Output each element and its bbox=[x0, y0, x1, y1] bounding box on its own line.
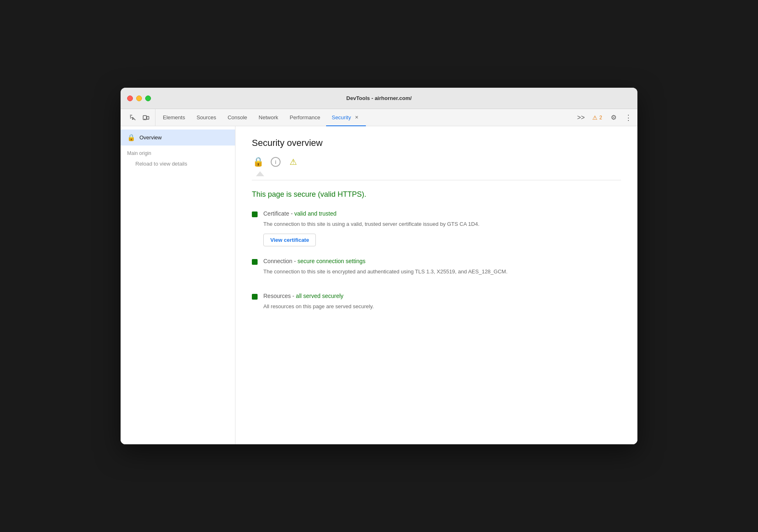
tab-security-close[interactable]: ✕ bbox=[354, 114, 360, 121]
svg-rect-1 bbox=[131, 115, 132, 116]
lock-sidebar-icon: 🔒 bbox=[127, 134, 135, 141]
svg-rect-7 bbox=[144, 119, 146, 119]
tab-performance[interactable]: Performance bbox=[284, 109, 326, 126]
sidebar-reload-label: Reload to view details bbox=[135, 161, 187, 167]
device-toggle-button[interactable] bbox=[140, 112, 152, 123]
info-circle-icon: i bbox=[271, 157, 281, 167]
svg-rect-2 bbox=[130, 116, 131, 117]
tab-console-label: Console bbox=[228, 114, 247, 120]
divider bbox=[252, 180, 621, 180]
maximize-button[interactable] bbox=[145, 95, 151, 101]
devtools-window: DevTools - airhorner.com/ bbox=[121, 88, 637, 444]
devtools-container: Elements Sources Console Network Perform… bbox=[121, 109, 637, 444]
cursor-icon-button[interactable] bbox=[127, 112, 139, 123]
sidebar-reload-item[interactable]: Reload to view details bbox=[121, 158, 235, 170]
tab-icons bbox=[124, 109, 155, 126]
tab-security[interactable]: Security ✕ bbox=[326, 109, 366, 126]
warning-badge[interactable]: ⚠ 2 bbox=[590, 114, 605, 122]
connection-status-indicator bbox=[252, 259, 258, 265]
connection-section: Connection - secure connection settings … bbox=[252, 258, 621, 281]
warning-triangle-icon: ⚠ bbox=[592, 114, 598, 121]
minimize-button[interactable] bbox=[136, 95, 142, 101]
tab-console[interactable]: Console bbox=[222, 109, 253, 126]
more-options-button[interactable]: ⋮ bbox=[623, 112, 634, 123]
close-button[interactable] bbox=[127, 95, 133, 101]
tab-elements-label: Elements bbox=[163, 114, 185, 120]
more-tabs-icon: >> bbox=[577, 114, 585, 121]
svg-rect-3 bbox=[130, 117, 132, 118]
tab-performance-label: Performance bbox=[290, 114, 320, 120]
tab-network[interactable]: Network bbox=[253, 109, 284, 126]
connection-prefix: Connection - bbox=[263, 258, 297, 264]
tab-security-label: Security bbox=[332, 114, 351, 120]
resources-status: all served securely bbox=[296, 293, 343, 299]
certificate-status-indicator bbox=[252, 211, 258, 217]
connection-label: Connection - secure connection settings bbox=[263, 258, 621, 264]
certificate-status: valid and trusted bbox=[294, 210, 336, 217]
page-title: Security overview bbox=[252, 138, 621, 148]
window-title: DevTools - airhorner.com/ bbox=[346, 95, 411, 101]
security-icons-row: 🔒 i ⚠ bbox=[252, 156, 621, 168]
sidebar-overview-label: Overview bbox=[139, 134, 162, 141]
svg-rect-0 bbox=[130, 115, 131, 116]
certificate-prefix: Certificate - bbox=[263, 210, 294, 217]
connection-body: Connection - secure connection settings … bbox=[263, 258, 621, 281]
warning-icon: ⚠ bbox=[287, 156, 299, 168]
main-content: 🔒 Overview Main origin Reload to view de… bbox=[121, 126, 637, 444]
resources-section: Resources - all served securely All reso… bbox=[252, 293, 621, 316]
warning-count: 2 bbox=[599, 115, 602, 120]
svg-rect-4 bbox=[130, 118, 131, 118]
settings-button[interactable]: ⚙ bbox=[608, 112, 619, 123]
tab-sources[interactable]: Sources bbox=[191, 109, 222, 126]
arrow-indicator bbox=[253, 171, 621, 176]
resources-description: All resources on this page are served se… bbox=[263, 302, 621, 311]
traffic-lights bbox=[127, 95, 151, 101]
resources-label: Resources - all served securely bbox=[263, 293, 621, 299]
svg-rect-6 bbox=[147, 116, 149, 119]
resources-status-indicator bbox=[252, 294, 258, 300]
connection-description: The connection to this site is encrypted… bbox=[263, 268, 621, 276]
resources-prefix: Resources - bbox=[263, 293, 296, 299]
certificate-body: Certificate - valid and trusted The conn… bbox=[263, 210, 621, 246]
certificate-label: Certificate - valid and trusted bbox=[263, 210, 621, 217]
tabs-right-controls: >> ⚠ 2 ⚙ ⋮ bbox=[575, 109, 634, 126]
vertical-dots-icon: ⋮ bbox=[625, 113, 632, 122]
tabs-bar: Elements Sources Console Network Perform… bbox=[121, 109, 637, 126]
resources-body: Resources - all served securely All reso… bbox=[263, 293, 621, 316]
content-area: Security overview 🔒 i ⚠ Thi bbox=[235, 126, 637, 444]
sidebar-item-overview[interactable]: 🔒 Overview bbox=[121, 130, 235, 146]
certificate-section: Certificate - valid and trusted The conn… bbox=[252, 210, 621, 246]
sidebar-main-origin-label: Main origin bbox=[121, 146, 235, 158]
view-certificate-button[interactable]: View certificate bbox=[263, 234, 316, 246]
more-tabs-button[interactable]: >> bbox=[575, 112, 587, 123]
titlebar: DevTools - airhorner.com/ bbox=[121, 88, 637, 109]
connection-status: secure connection settings bbox=[297, 258, 365, 264]
secure-lock-icon: 🔒 bbox=[252, 156, 264, 168]
gear-icon: ⚙ bbox=[611, 114, 616, 121]
certificate-description: The connection to this site is using a v… bbox=[263, 220, 621, 229]
tab-network-label: Network bbox=[259, 114, 279, 120]
sidebar: 🔒 Overview Main origin Reload to view de… bbox=[121, 126, 235, 444]
secure-headline: This page is secure (valid HTTPS). bbox=[252, 190, 621, 199]
tab-sources-label: Sources bbox=[196, 114, 216, 120]
tab-elements[interactable]: Elements bbox=[157, 109, 191, 126]
